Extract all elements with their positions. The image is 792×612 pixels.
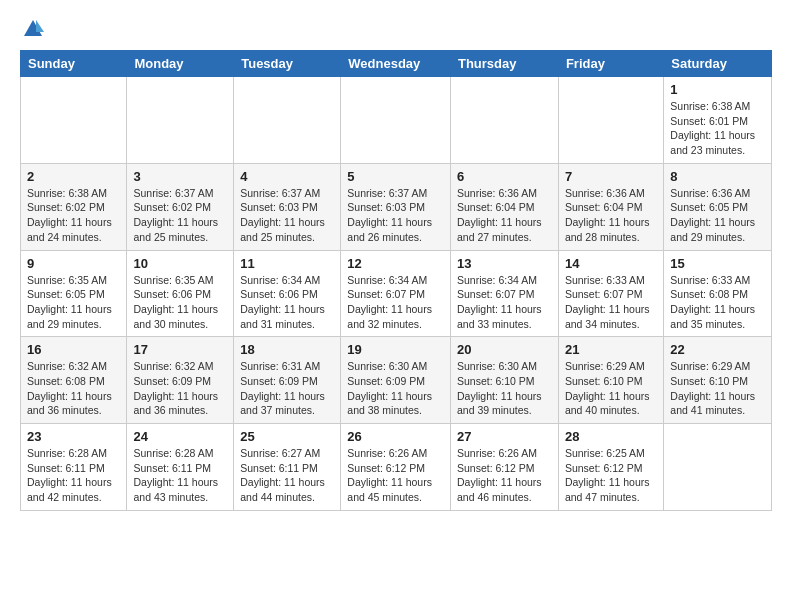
day-info: Sunrise: 6:29 AM Sunset: 6:10 PM Dayligh… [565,359,657,418]
day-info: Sunrise: 6:36 AM Sunset: 6:04 PM Dayligh… [457,186,552,245]
calendar-cell: 6Sunrise: 6:36 AM Sunset: 6:04 PM Daylig… [450,163,558,250]
day-info: Sunrise: 6:31 AM Sunset: 6:09 PM Dayligh… [240,359,334,418]
header [20,18,772,40]
calendar-cell: 23Sunrise: 6:28 AM Sunset: 6:11 PM Dayli… [21,424,127,511]
calendar-week-row: 23Sunrise: 6:28 AM Sunset: 6:11 PM Dayli… [21,424,772,511]
day-info: Sunrise: 6:36 AM Sunset: 6:04 PM Dayligh… [565,186,657,245]
day-info: Sunrise: 6:34 AM Sunset: 6:07 PM Dayligh… [457,273,552,332]
calendar-cell: 9Sunrise: 6:35 AM Sunset: 6:05 PM Daylig… [21,250,127,337]
day-number: 27 [457,429,552,444]
day-info: Sunrise: 6:37 AM Sunset: 6:02 PM Dayligh… [133,186,227,245]
day-number: 10 [133,256,227,271]
calendar-cell: 2Sunrise: 6:38 AM Sunset: 6:02 PM Daylig… [21,163,127,250]
day-number: 18 [240,342,334,357]
day-number: 11 [240,256,334,271]
calendar-cell [127,77,234,164]
page: SundayMondayTuesdayWednesdayThursdayFrid… [0,0,792,529]
day-number: 16 [27,342,120,357]
day-info: Sunrise: 6:28 AM Sunset: 6:11 PM Dayligh… [27,446,120,505]
calendar-cell: 28Sunrise: 6:25 AM Sunset: 6:12 PM Dayli… [558,424,663,511]
calendar-cell [21,77,127,164]
calendar-cell [234,77,341,164]
day-info: Sunrise: 6:35 AM Sunset: 6:06 PM Dayligh… [133,273,227,332]
calendar-week-row: 2Sunrise: 6:38 AM Sunset: 6:02 PM Daylig… [21,163,772,250]
calendar-cell: 21Sunrise: 6:29 AM Sunset: 6:10 PM Dayli… [558,337,663,424]
calendar-cell: 26Sunrise: 6:26 AM Sunset: 6:12 PM Dayli… [341,424,451,511]
calendar-cell: 20Sunrise: 6:30 AM Sunset: 6:10 PM Dayli… [450,337,558,424]
day-info: Sunrise: 6:32 AM Sunset: 6:09 PM Dayligh… [133,359,227,418]
day-number: 17 [133,342,227,357]
day-info: Sunrise: 6:27 AM Sunset: 6:11 PM Dayligh… [240,446,334,505]
calendar-cell: 19Sunrise: 6:30 AM Sunset: 6:09 PM Dayli… [341,337,451,424]
day-info: Sunrise: 6:30 AM Sunset: 6:10 PM Dayligh… [457,359,552,418]
day-number: 26 [347,429,444,444]
calendar-cell: 8Sunrise: 6:36 AM Sunset: 6:05 PM Daylig… [664,163,772,250]
calendar-cell: 22Sunrise: 6:29 AM Sunset: 6:10 PM Dayli… [664,337,772,424]
calendar-cell: 17Sunrise: 6:32 AM Sunset: 6:09 PM Dayli… [127,337,234,424]
day-info: Sunrise: 6:30 AM Sunset: 6:09 PM Dayligh… [347,359,444,418]
day-number: 4 [240,169,334,184]
calendar-cell: 7Sunrise: 6:36 AM Sunset: 6:04 PM Daylig… [558,163,663,250]
day-info: Sunrise: 6:28 AM Sunset: 6:11 PM Dayligh… [133,446,227,505]
day-number: 21 [565,342,657,357]
day-number: 25 [240,429,334,444]
day-info: Sunrise: 6:38 AM Sunset: 6:02 PM Dayligh… [27,186,120,245]
calendar-cell: 27Sunrise: 6:26 AM Sunset: 6:12 PM Dayli… [450,424,558,511]
day-number: 3 [133,169,227,184]
day-number: 20 [457,342,552,357]
day-number: 15 [670,256,765,271]
day-number: 13 [457,256,552,271]
calendar-cell: 14Sunrise: 6:33 AM Sunset: 6:07 PM Dayli… [558,250,663,337]
weekday-header-sunday: Sunday [21,51,127,77]
calendar-cell: 11Sunrise: 6:34 AM Sunset: 6:06 PM Dayli… [234,250,341,337]
logo [20,18,44,40]
day-info: Sunrise: 6:34 AM Sunset: 6:07 PM Dayligh… [347,273,444,332]
calendar-cell: 24Sunrise: 6:28 AM Sunset: 6:11 PM Dayli… [127,424,234,511]
calendar-cell: 5Sunrise: 6:37 AM Sunset: 6:03 PM Daylig… [341,163,451,250]
day-number: 24 [133,429,227,444]
calendar-cell: 16Sunrise: 6:32 AM Sunset: 6:08 PM Dayli… [21,337,127,424]
day-number: 6 [457,169,552,184]
day-number: 1 [670,82,765,97]
day-number: 19 [347,342,444,357]
calendar-week-row: 9Sunrise: 6:35 AM Sunset: 6:05 PM Daylig… [21,250,772,337]
day-info: Sunrise: 6:32 AM Sunset: 6:08 PM Dayligh… [27,359,120,418]
calendar-cell: 12Sunrise: 6:34 AM Sunset: 6:07 PM Dayli… [341,250,451,337]
weekday-header-thursday: Thursday [450,51,558,77]
day-info: Sunrise: 6:38 AM Sunset: 6:01 PM Dayligh… [670,99,765,158]
weekday-header-row: SundayMondayTuesdayWednesdayThursdayFrid… [21,51,772,77]
day-info: Sunrise: 6:34 AM Sunset: 6:06 PM Dayligh… [240,273,334,332]
calendar-cell: 1Sunrise: 6:38 AM Sunset: 6:01 PM Daylig… [664,77,772,164]
day-info: Sunrise: 6:26 AM Sunset: 6:12 PM Dayligh… [457,446,552,505]
calendar-cell: 10Sunrise: 6:35 AM Sunset: 6:06 PM Dayli… [127,250,234,337]
day-info: Sunrise: 6:35 AM Sunset: 6:05 PM Dayligh… [27,273,120,332]
weekday-header-saturday: Saturday [664,51,772,77]
day-info: Sunrise: 6:29 AM Sunset: 6:10 PM Dayligh… [670,359,765,418]
day-number: 7 [565,169,657,184]
day-number: 12 [347,256,444,271]
calendar-cell [664,424,772,511]
day-number: 2 [27,169,120,184]
day-info: Sunrise: 6:37 AM Sunset: 6:03 PM Dayligh… [347,186,444,245]
calendar-table: SundayMondayTuesdayWednesdayThursdayFrid… [20,50,772,511]
day-info: Sunrise: 6:37 AM Sunset: 6:03 PM Dayligh… [240,186,334,245]
day-number: 5 [347,169,444,184]
calendar-week-row: 16Sunrise: 6:32 AM Sunset: 6:08 PM Dayli… [21,337,772,424]
day-number: 9 [27,256,120,271]
calendar-cell [341,77,451,164]
day-info: Sunrise: 6:36 AM Sunset: 6:05 PM Dayligh… [670,186,765,245]
calendar-cell [450,77,558,164]
day-info: Sunrise: 6:33 AM Sunset: 6:08 PM Dayligh… [670,273,765,332]
day-info: Sunrise: 6:26 AM Sunset: 6:12 PM Dayligh… [347,446,444,505]
day-number: 14 [565,256,657,271]
day-info: Sunrise: 6:33 AM Sunset: 6:07 PM Dayligh… [565,273,657,332]
logo-icon [22,18,44,40]
calendar-cell: 18Sunrise: 6:31 AM Sunset: 6:09 PM Dayli… [234,337,341,424]
svg-marker-1 [36,20,44,32]
calendar-cell: 15Sunrise: 6:33 AM Sunset: 6:08 PM Dayli… [664,250,772,337]
calendar-cell: 13Sunrise: 6:34 AM Sunset: 6:07 PM Dayli… [450,250,558,337]
calendar-cell [558,77,663,164]
day-number: 28 [565,429,657,444]
day-number: 22 [670,342,765,357]
calendar-cell: 4Sunrise: 6:37 AM Sunset: 6:03 PM Daylig… [234,163,341,250]
